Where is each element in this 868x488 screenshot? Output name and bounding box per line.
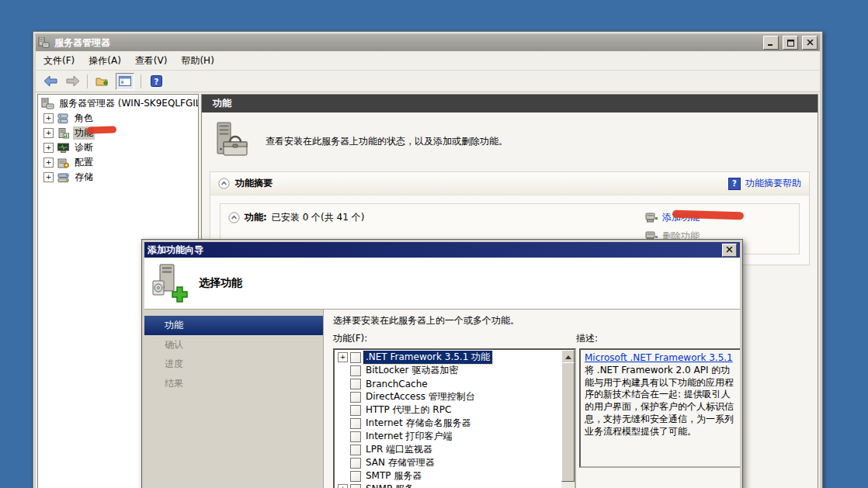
feature-row[interactable]: + BranchCache — [335, 377, 561, 390]
features-icon — [57, 128, 70, 139]
dialog-close-button[interactable] — [722, 244, 737, 257]
tree-root-label: 服务器管理器 (WIN-SK9EQLFGIL — [57, 97, 198, 110]
expand-icon[interactable]: + — [43, 172, 54, 182]
feature-row[interactable]: + BitLocker 驱动器加密 — [335, 364, 561, 377]
wizard-page-title: 选择功能 — [199, 276, 242, 290]
feature-label[interactable]: Internet 存储命名服务器 — [363, 417, 473, 430]
collapse-chevron-icon[interactable] — [218, 178, 230, 189]
feature-checkbox[interactable] — [350, 352, 361, 363]
panel-title: 功能 — [213, 97, 231, 110]
feature-row[interactable]: + SMTP 服务器 — [335, 469, 561, 483]
feature-row[interactable]: + SNMP 服务 — [335, 483, 561, 488]
menu-item[interactable]: 操作(A) — [89, 54, 121, 67]
forward-icon[interactable] — [64, 74, 81, 89]
scrollbar-thumb[interactable] — [561, 362, 575, 482]
feature-checkbox[interactable] — [350, 458, 361, 469]
annotation-red-mark-features-node — [87, 126, 116, 134]
expand-icon[interactable]: + — [338, 352, 348, 362]
feature-label[interactable]: DirectAccess 管理控制台 — [363, 390, 477, 403]
wizard-step-features[interactable]: 功能 — [144, 316, 323, 335]
dialog-header: 选择功能 — [144, 258, 740, 310]
tree-item-diagnostics[interactable]: + 诊断 — [38, 140, 198, 155]
feature-label[interactable]: BranchCache — [363, 379, 430, 389]
features-summary-help-link[interactable]: 功能摘要帮助 — [745, 177, 801, 190]
feature-label[interactable]: SNMP 服务 — [363, 483, 416, 488]
server-manager-node-icon — [41, 98, 54, 109]
toolbar-separator — [87, 74, 88, 88]
feature-label[interactable]: Internet 打印客户端 — [363, 430, 454, 443]
feature-checkbox[interactable] — [350, 418, 361, 429]
roles-icon — [57, 113, 70, 124]
listbox-scrollbar[interactable] — [561, 350, 575, 488]
collapse-chevron-icon[interactable] — [228, 212, 240, 223]
feature-row[interactable]: + HTTP 代理上的 RPC — [335, 403, 561, 417]
server-manager-icon — [38, 37, 50, 48]
menu-bar: 文件(F)操作(A)查看(V)帮助(H) — [36, 51, 820, 71]
description-label: 描述: — [576, 332, 598, 345]
configuration-icon — [57, 157, 70, 168]
feature-row[interactable]: + Internet 打印客户端 — [335, 430, 561, 443]
feature-checkbox[interactable] — [350, 365, 361, 376]
wizard-step-confirmation[interactable]: 确认 — [144, 335, 323, 355]
storage-icon — [57, 172, 70, 183]
feature-label[interactable]: HTTP 代理上的 RPC — [363, 403, 453, 417]
feature-label[interactable]: BitLocker 驱动器加密 — [363, 364, 460, 377]
feature-checkbox[interactable] — [350, 431, 361, 442]
export-list-icon[interactable] — [94, 74, 111, 89]
feature-label[interactable]: .NET Framework 3.5.1 功能 — [363, 351, 492, 364]
tree-root[interactable]: 服务器管理器 (WIN-SK9EQLFGIL — [38, 96, 198, 111]
features-listbox[interactable]: + .NET Framework 3.5.1 功能 + BitLocker 驱动… — [333, 348, 576, 488]
minimize-button[interactable] — [763, 36, 779, 50]
feature-row[interactable]: + .NET Framework 3.5.1 功能 — [335, 351, 561, 364]
feature-checkbox[interactable] — [350, 379, 361, 389]
panel-header: 功能 — [202, 95, 818, 112]
features-list-label: 功能(F): — [333, 332, 576, 345]
expand-icon[interactable]: + — [338, 484, 348, 488]
window-titlebar[interactable]: 服务器管理器 — [36, 34, 820, 51]
help-icon[interactable]: ? — [148, 74, 165, 89]
maximize-button[interactable] — [783, 36, 798, 50]
feature-row[interactable]: + DirectAccess 管理控制台 — [335, 390, 561, 403]
close-button[interactable] — [802, 36, 818, 50]
expand-icon[interactable]: + — [43, 128, 54, 138]
description-box: Microsoft .NET Framework 3.5.1 将 .NET Fr… — [579, 348, 740, 468]
feature-checkbox[interactable] — [350, 392, 361, 403]
svg-text:?: ? — [154, 78, 158, 86]
feature-checkbox[interactable] — [350, 471, 361, 482]
panel-intro: 查看安装在此服务器上功能的状态，以及添加或删除功能。 — [202, 112, 818, 170]
expand-icon[interactable]: + — [43, 143, 54, 153]
menu-item[interactable]: 查看(V) — [135, 54, 168, 67]
menu-item[interactable]: 帮助(H) — [181, 54, 214, 67]
expand-icon[interactable]: + — [43, 113, 54, 123]
feature-checkbox[interactable] — [350, 445, 361, 455]
feature-row[interactable]: + Internet 存储命名服务器 — [335, 417, 561, 430]
tree-item-label: 角色 — [73, 112, 95, 125]
feature-checkbox[interactable] — [350, 405, 361, 416]
window-title: 服务器管理器 — [54, 36, 759, 50]
tree-item-storage[interactable]: + 存储 — [38, 170, 198, 185]
expand-icon[interactable]: + — [43, 157, 54, 168]
wizard-add-features-icon — [151, 264, 188, 303]
panel-intro-text: 查看安装在此服务器上功能的状态，以及添加或删除功能。 — [266, 135, 508, 148]
show-hide-console-tree-icon[interactable] — [116, 73, 134, 90]
feature-label[interactable]: LPR 端口监视器 — [363, 443, 435, 456]
feature-label[interactable]: SAN 存储管理器 — [363, 456, 437, 469]
menu-item[interactable]: 文件(F) — [43, 54, 75, 67]
feature-row[interactable]: + SAN 存储管理器 — [335, 456, 561, 469]
wizard-step-progress[interactable]: 进度 — [144, 355, 323, 374]
help-badge-icon: ? — [728, 178, 741, 190]
feature-row[interactable]: + LPR 端口监视器 — [335, 443, 561, 456]
tree-item-configuration[interactable]: + 配置 — [38, 155, 198, 170]
feature-label[interactable]: SMTP 服务器 — [363, 469, 424, 483]
dialog-titlebar[interactable]: 添加功能向导 — [144, 242, 740, 258]
tree-item-features[interactable]: + 功能 — [38, 126, 198, 140]
feature-checkbox[interactable] — [350, 484, 361, 488]
feature-description-text: 将 .NET Framework 2.0 API 的功能与用于构建具有以下功能的… — [585, 365, 734, 437]
tree-item-roles[interactable]: + 角色 — [38, 111, 198, 126]
dialog-title: 添加功能向导 — [148, 244, 203, 257]
feature-description-link[interactable]: Microsoft .NET Framework 3.5.1 — [585, 352, 733, 363]
tree-item-label: 存储 — [73, 171, 95, 184]
toolbar: ? — [36, 71, 820, 92]
wizard-step-results[interactable]: 结果 — [144, 374, 323, 393]
back-icon[interactable] — [42, 74, 59, 89]
